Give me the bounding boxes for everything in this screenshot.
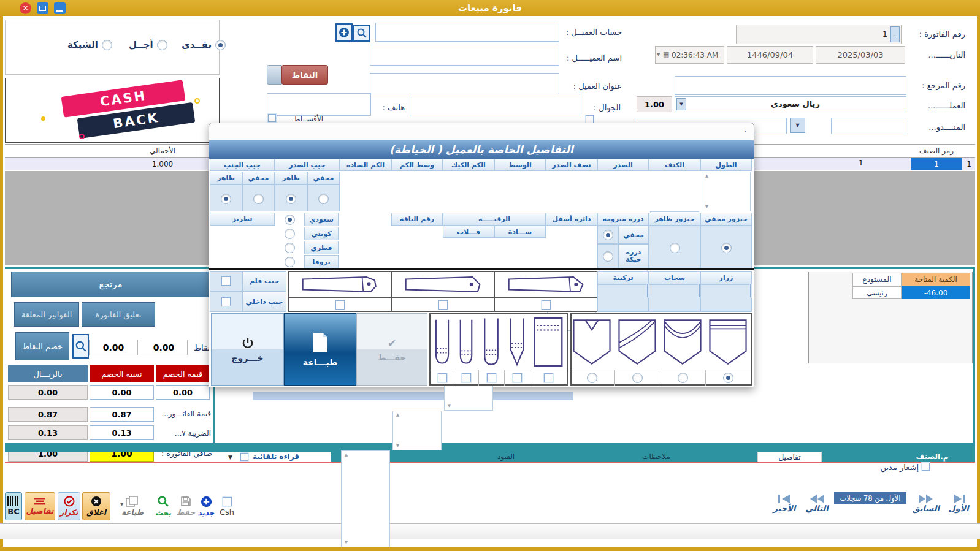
chest-pocket-shown-cell[interactable] [275,184,307,211]
pocket-style-1[interactable] [705,314,751,370]
dialog-save-button[interactable]: ✔ حفـــظ [356,313,427,386]
pen-shape-5[interactable] [431,314,454,370]
pocket-style-4[interactable] [569,314,614,370]
style-saudi-radio[interactable] [285,215,295,225]
pocket-style-2-radio[interactable] [678,373,688,383]
cuff-check-3[interactable] [288,297,391,312]
repeat-button[interactable]: تكرار [58,492,80,520]
combo-checkbox[interactable] [647,284,648,297]
nav-first-button[interactable]: الأول [946,494,971,520]
date-gregorian[interactable]: 2025/03/03 [816,46,905,64]
inner-pocket-cell[interactable] [210,291,242,312]
pocket-radio-2[interactable] [660,370,705,386]
style-kuwaiti-radio[interactable] [285,229,295,239]
currency-combo[interactable]: ريال سعودي ▼ [675,96,906,112]
cuff-check-2[interactable] [391,297,494,312]
add-customer-button[interactable] [335,23,353,42]
calendar-icon[interactable]: ▦ [663,50,669,58]
discount-riyal[interactable]: 0.00 [8,385,88,400]
pen-pocket-checkbox[interactable] [221,276,231,286]
customer-search-button[interactable] [353,25,370,42]
suspended-invoices-button[interactable]: الفواتير المعلقة [14,302,79,327]
stitch-hidden-radio[interactable] [603,230,613,240]
stitch-knit-radio-cell[interactable] [597,244,618,268]
pen-shape-3[interactable] [478,314,504,370]
print-dropdown-icon[interactable]: ▼ [120,502,123,507]
invoice-no-field[interactable]: 1 .. [736,25,902,44]
minimize-icon[interactable] [54,2,66,14]
pen-check-1[interactable] [530,370,567,386]
cuff-checkbox-2[interactable] [438,300,448,310]
inner-pocket-checkbox[interactable] [221,297,231,306]
style-proofa-radio[interactable] [285,257,295,267]
installments-checkbox[interactable] [268,114,276,122]
nav-last-button[interactable]: الأخير [770,494,798,520]
time-dropdown-icon[interactable]: ▼ [657,52,660,57]
cuff-style-1[interactable] [494,271,597,297]
zipper-cell[interactable] [649,284,700,312]
currency-dropdown-icon[interactable]: ▼ [676,98,686,110]
pen-shape-3-checkbox[interactable] [487,373,496,382]
points-toggle[interactable]: النقاط [267,65,328,85]
payment-radio-network[interactable]: الشبكة [67,39,112,50]
style-proofa-radio-cell[interactable] [275,255,304,268]
pocket-style-3[interactable] [614,314,660,370]
currency-rate-field[interactable]: 1.00 [637,96,672,112]
combo-cell[interactable] [597,284,649,312]
close-button[interactable]: اغلاق [82,492,110,520]
cuff-style-2[interactable] [391,271,494,297]
chest-pocket-shown-radio[interactable] [286,194,296,204]
invoice-no-browse-button[interactable]: .. [890,26,900,42]
plain-sleeve-spinner[interactable]: ▲▼ [341,450,390,547]
stitch-knit-radio[interactable] [603,251,613,262]
csh-checkbox[interactable] [223,497,232,506]
nav-prev-button[interactable]: السابق [911,494,941,520]
csh-toggle[interactable]: Csh [216,493,238,520]
tab-notes[interactable]: ملاحظات [632,452,681,462]
pocket-style-4-radio[interactable] [587,373,597,383]
dialog-top-band[interactable] [209,123,754,140]
style-kuwaiti-radio-cell[interactable] [275,227,304,240]
pocket-radio-3[interactable] [614,370,660,386]
height-spinner[interactable]: ▲▼ [702,172,751,211]
side-pocket-hidden-cell[interactable] [242,184,275,211]
gathers-hidden-cell[interactable] [700,226,752,268]
grid-code-cell[interactable]: 1 [911,158,962,170]
chest-pocket-hidden-cell[interactable] [307,184,340,211]
pocket-radio-1[interactable] [705,370,751,386]
pen-pocket-cell[interactable] [210,271,242,291]
autoread-checkbox[interactable] [240,453,248,461]
nav-next-button[interactable]: التالي [802,494,832,520]
salesman-dropdown-icon[interactable]: ▼ [790,118,805,133]
pen-check-4[interactable] [454,370,478,386]
discount-val[interactable]: 0.00 [156,385,210,400]
pen-shape-4-checkbox[interactable] [462,373,471,382]
suspend-invoice-button[interactable]: تعليق الفاتورة [82,302,155,327]
ref-no-input[interactable] [675,76,906,95]
style-qatari-radio[interactable] [285,243,295,253]
dialog-print-button[interactable]: طبـــاعة [284,313,356,386]
save-button[interactable]: حفظ [175,492,196,520]
time-field[interactable]: 02:36:43 AM ▦ ▼ [655,46,724,64]
autoread-dropdown-icon[interactable]: ▼ [228,454,232,460]
cuff-checkbox-3[interactable] [335,300,345,310]
button-cell[interactable] [700,284,752,312]
details-button[interactable]: تفاصيل [25,492,55,520]
stitch-hidden-radio-cell[interactable] [597,226,618,244]
chest-pocket-hidden-radio[interactable] [318,194,329,204]
new-button[interactable]: جديد [195,492,217,520]
returns-button[interactable]: مرتجع [11,272,210,297]
points-value-1[interactable]: 0.00 [89,340,138,355]
tab-item[interactable]: م.الصنف [902,451,963,462]
cuff-style-3[interactable] [288,271,391,297]
pen-shape-2[interactable] [504,314,530,370]
pen-shape-1[interactable] [530,314,567,370]
date-hijri[interactable]: 1446/09/04 [727,46,813,64]
debit-note-checkbox[interactable] [922,463,930,471]
cuff-checkbox-1[interactable] [542,300,551,310]
payment-radio-cash[interactable]: نقــدي [182,39,226,50]
pen-check-2[interactable] [504,370,530,386]
customer-account-input[interactable] [375,23,559,42]
side-pocket-shown-radio[interactable] [221,194,231,204]
barcode-button[interactable]: BC [5,492,22,520]
